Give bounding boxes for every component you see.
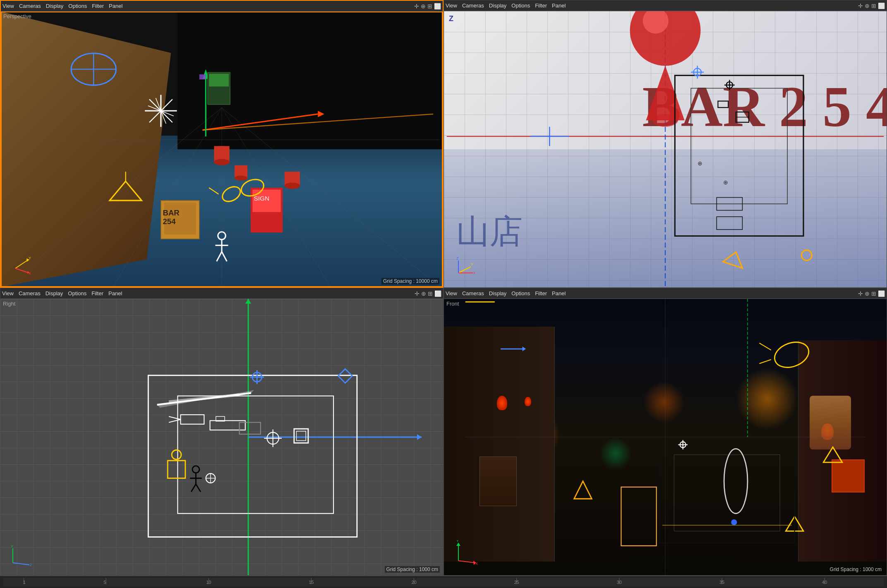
svg-marker-142 (574, 481, 592, 499)
svg-marker-88 (245, 299, 251, 304)
menu-display-1[interactable]: Display (46, 3, 64, 9)
menu-cameras-4[interactable]: Cameras (462, 290, 484, 296)
svg-line-52 (15, 268, 28, 272)
menu-display-4[interactable]: Display (489, 290, 507, 296)
svg-line-81 (458, 267, 471, 273)
svg-line-104 (169, 416, 180, 419)
menu-panel-2[interactable]: Panel (552, 2, 566, 9)
menu-view-3[interactable]: View (2, 290, 14, 296)
svg-rect-39 (209, 74, 229, 86)
menu-view-1[interactable]: View (2, 3, 14, 9)
move-icon-1[interactable]: ✛ (414, 3, 419, 10)
menu-options-1[interactable]: Options (68, 3, 87, 9)
sync-icon-2[interactable]: ⊞ (871, 2, 876, 9)
menu-panel-3[interactable]: Panel (108, 290, 122, 296)
sync-icon-4[interactable]: ⊞ (871, 290, 876, 297)
menubar-perspective: View Cameras Display Options Filter Pane… (1, 1, 443, 12)
viewport-right[interactable]: View Cameras Display Options Filter Pane… (0, 288, 444, 576)
svg-text:Y: Y (29, 256, 31, 260)
menu-display-3[interactable]: Display (46, 290, 63, 296)
menubar-front: View Cameras Display Options Filter Pane… (444, 288, 887, 299)
svg-rect-92 (177, 396, 333, 514)
svg-line-110 (196, 484, 200, 492)
menu-filter-3[interactable]: Filter (91, 290, 103, 296)
viewport-controls-2: ✛ ⊕ ⊞ ⬜ (858, 2, 885, 9)
menu-options-3[interactable]: Options (68, 290, 86, 296)
svg-marker-98 (157, 390, 254, 408)
svg-text:254: 254 (163, 217, 176, 226)
svg-text:15: 15 (309, 579, 314, 584)
perspective-scene-svg: BAR 254 SIGN (1, 12, 443, 287)
axis-indicator-perspective: Y X (7, 252, 32, 277)
fullscreen-icon-2[interactable]: ⬜ (878, 2, 885, 9)
svg-rect-111 (168, 461, 185, 478)
move-icon-4[interactable]: ✛ (858, 290, 863, 297)
svg-text:20: 20 (412, 579, 417, 584)
right-content: Right Y Z Grid Spacing : 1000 cm (0, 299, 443, 575)
menu-filter-2[interactable]: Filter (535, 2, 547, 9)
right-scene-svg (0, 299, 443, 575)
sync-icon-1[interactable]: ⊞ (427, 3, 432, 10)
up-icon-2[interactable]: ⊕ (865, 2, 870, 9)
menu-cameras-3[interactable]: Cameras (19, 290, 41, 296)
menu-display-2[interactable]: Display (489, 2, 507, 9)
svg-rect-62 (691, 88, 787, 204)
grid-spacing-perspective: Grid Spacing : 10000 cm (381, 278, 439, 284)
svg-text:⊕: ⊕ (723, 179, 728, 186)
menu-options-2[interactable]: Options (511, 2, 530, 9)
svg-text:35: 35 (719, 579, 724, 584)
fullscreen-icon-4[interactable]: ⬜ (878, 290, 885, 297)
fullscreen-icon-3[interactable]: ⬜ (434, 290, 441, 297)
menu-view-4[interactable]: View (446, 290, 457, 296)
menu-options-4[interactable]: Options (511, 290, 530, 296)
move-icon-2[interactable]: ✛ (858, 2, 863, 9)
grid-spacing-front: Grid Spacing : 1000 cm (828, 566, 883, 573)
svg-line-46 (217, 252, 222, 261)
move-icon-3[interactable]: ✛ (415, 290, 420, 297)
svg-text:BAR: BAR (163, 208, 180, 217)
viewport-grid: View Cameras Display Options Filter Pane… (0, 0, 887, 576)
menubar-right: View Cameras Display Options Filter Pane… (0, 288, 443, 299)
viewport-controls-4: ✛ ⊕ ⊞ ⬜ (858, 290, 885, 297)
up-icon-4[interactable]: ⊕ (865, 290, 870, 297)
svg-text:30: 30 (617, 579, 622, 584)
svg-line-105 (169, 419, 180, 422)
svg-line-42 (209, 188, 218, 194)
sync-icon-3[interactable]: ⊞ (428, 290, 433, 297)
viewport-front[interactable]: View Cameras Display Options Filter Pane… (444, 288, 887, 576)
viewport-perspective[interactable]: View Cameras Display Options Filter Pane… (0, 0, 444, 288)
menu-cameras-2[interactable]: Cameras (462, 2, 484, 9)
svg-marker-102 (338, 369, 352, 383)
menu-panel-4[interactable]: Panel (552, 290, 566, 296)
fullscreen-icon-1[interactable]: ⬜ (434, 3, 441, 10)
svg-line-47 (222, 252, 227, 261)
menu-cameras-1[interactable]: Cameras (19, 3, 41, 9)
svg-text:Z: Z (456, 256, 459, 261)
menu-filter-4[interactable]: Filter (535, 290, 547, 296)
svg-rect-79 (717, 217, 742, 229)
svg-text:25: 25 (514, 579, 519, 584)
svg-point-27 (235, 176, 247, 181)
svg-text:Y: Y (456, 540, 459, 543)
svg-text:1: 1 (23, 579, 26, 584)
menu-filter-1[interactable]: Filter (92, 3, 104, 9)
up-icon-1[interactable]: ⊕ (421, 3, 426, 10)
svg-text:10: 10 (206, 579, 211, 584)
svg-text:X: X (473, 271, 475, 275)
svg-marker-59 (646, 66, 684, 120)
svg-point-127 (771, 338, 813, 372)
svg-point-74 (801, 250, 812, 261)
svg-text:SIGN: SIGN (254, 195, 269, 202)
svg-marker-131 (823, 447, 842, 462)
menu-panel-1[interactable]: Panel (109, 3, 122, 9)
viewport-top[interactable]: View Cameras Display Options Filter Pane… (444, 0, 887, 288)
menu-view-2[interactable]: View (446, 2, 457, 9)
svg-rect-117 (297, 431, 306, 441)
up-icon-3[interactable]: ⊕ (421, 290, 426, 297)
front-content: Front Y X Grid Spacing : 1000 cm (444, 299, 887, 575)
svg-rect-141 (621, 487, 656, 546)
timeline-ruler[interactable]: 1 5 10 15 20 25 30 35 40 (3, 578, 884, 586)
viewport-controls-3: ✛ ⊕ ⊞ ⬜ (415, 290, 441, 297)
svg-point-24 (214, 159, 229, 165)
svg-rect-69 (718, 101, 728, 108)
